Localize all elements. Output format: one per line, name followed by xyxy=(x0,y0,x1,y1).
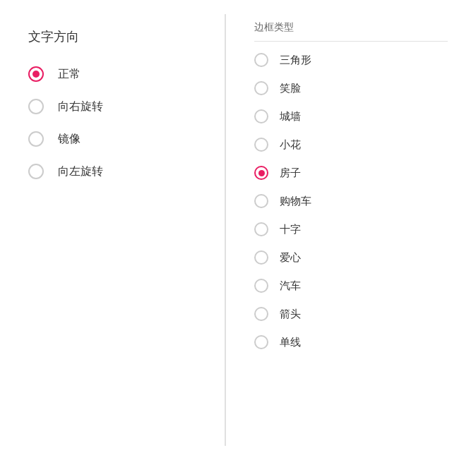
border-radio-circle-smiley xyxy=(254,81,268,95)
border-radio-circle-house xyxy=(254,166,268,180)
border-type-small-flower-label: 小花 xyxy=(280,138,301,152)
border-type-group: 三角形 笑脸 城墙 小花 房子 xyxy=(254,53,448,349)
text-direction-group: 正常 向右旋转 镜像 向左旋转 xyxy=(28,66,196,179)
text-direction-rotate-left[interactable]: 向左旋转 xyxy=(28,164,196,179)
border-type-small-flower[interactable]: 小花 xyxy=(254,138,448,152)
right-panel: 边框类型 三角形 笑脸 城墙 小花 xyxy=(226,14,476,446)
left-panel: 文字方向 正常 向右旋转 镜像 向左旋转 xyxy=(0,14,226,446)
border-radio-circle-heart xyxy=(254,250,268,265)
border-radio-circle-car xyxy=(254,279,268,293)
text-direction-mirror[interactable]: 镜像 xyxy=(28,131,196,147)
border-type-single-line[interactable]: 单线 xyxy=(254,335,448,349)
border-radio-circle-cross xyxy=(254,222,268,236)
border-radio-circle-single-line xyxy=(254,335,268,349)
text-direction-rotate-right[interactable]: 向右旋转 xyxy=(28,99,196,114)
border-type-shopping-cart[interactable]: 购物车 xyxy=(254,194,448,208)
text-direction-rotate-left-label: 向左旋转 xyxy=(58,164,103,179)
border-type-smiley-label: 笑脸 xyxy=(280,82,301,95)
border-radio-circle-arrow xyxy=(254,307,268,321)
border-type-single-line-label: 单线 xyxy=(280,336,301,349)
text-direction-mirror-label: 镜像 xyxy=(58,132,81,147)
radio-circle-rotate-right xyxy=(28,99,44,114)
border-type-cross-label: 十字 xyxy=(280,223,301,236)
border-radio-circle-shopping-cart xyxy=(254,194,268,208)
border-type-shopping-cart-label: 购物车 xyxy=(280,195,311,208)
border-radio-circle-triangle xyxy=(254,53,268,67)
border-type-arrow-label: 箭头 xyxy=(280,308,301,321)
right-panel-title: 边框类型 xyxy=(254,21,448,42)
border-type-heart-label: 爱心 xyxy=(280,251,301,265)
border-radio-circle-city-wall xyxy=(254,109,268,123)
border-type-city-wall-label: 城墙 xyxy=(280,110,301,123)
border-type-cross[interactable]: 十字 xyxy=(254,222,448,236)
text-direction-normal[interactable]: 正常 xyxy=(28,66,196,82)
text-direction-rotate-right-label: 向右旋转 xyxy=(58,99,103,114)
border-type-heart[interactable]: 爱心 xyxy=(254,250,448,265)
border-type-arrow[interactable]: 箭头 xyxy=(254,307,448,321)
border-type-house[interactable]: 房子 xyxy=(254,166,448,180)
text-direction-normal-label: 正常 xyxy=(58,67,81,82)
border-type-car[interactable]: 汽车 xyxy=(254,279,448,293)
radio-circle-rotate-left xyxy=(28,164,44,179)
border-radio-circle-small-flower xyxy=(254,138,268,152)
border-type-triangle[interactable]: 三角形 xyxy=(254,53,448,67)
left-panel-title: 文字方向 xyxy=(28,28,196,45)
radio-circle-normal xyxy=(28,66,44,82)
radio-circle-mirror xyxy=(28,131,44,147)
border-type-car-label: 汽车 xyxy=(280,279,301,293)
border-type-triangle-label: 三角形 xyxy=(280,54,311,67)
border-type-smiley[interactable]: 笑脸 xyxy=(254,81,448,95)
border-type-city-wall[interactable]: 城墙 xyxy=(254,109,448,123)
border-type-house-label: 房子 xyxy=(280,167,301,180)
